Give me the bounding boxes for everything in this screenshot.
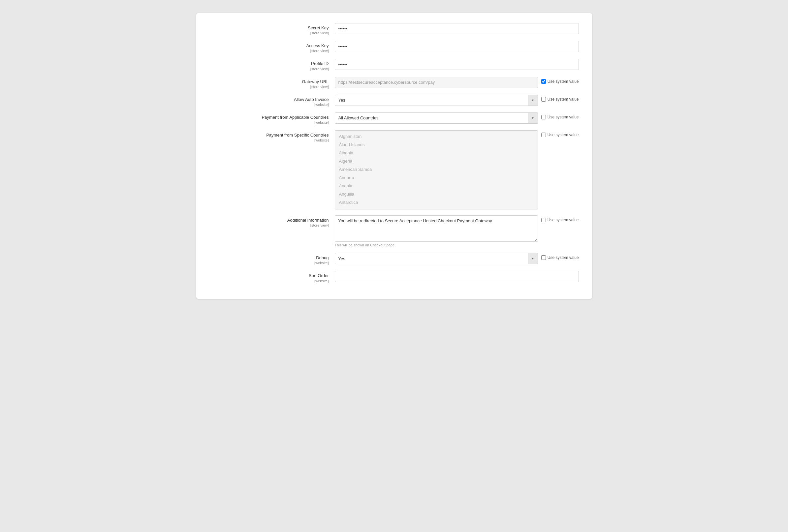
applicable-countries-select-wrap: All Allowed Countries Specific Countries bbox=[335, 113, 538, 124]
gateway-url-system-checkbox[interactable] bbox=[541, 79, 546, 84]
secret-key-label-col: Secret Key [store view] bbox=[210, 23, 335, 35]
additional-info-row: Additional Information [store view] You … bbox=[210, 215, 579, 247]
specific-countries-scope: [website] bbox=[210, 138, 329, 142]
sort-order-row: Sort Order [website] bbox=[210, 271, 579, 283]
gateway-url-label: Gateway URL bbox=[210, 79, 329, 85]
specific-countries-list-wrap: AfghanistanÅland IslandsAlbaniaAlgeriaAm… bbox=[335, 130, 538, 210]
list-item[interactable]: Angola bbox=[335, 182, 538, 190]
sort-order-input[interactable] bbox=[335, 271, 579, 282]
additional-info-system-label: Use system value bbox=[548, 218, 579, 222]
allow-auto-invoice-system-value: Use system value bbox=[541, 95, 579, 102]
debug-system-value: Use system value bbox=[541, 253, 579, 260]
sort-order-input-col bbox=[335, 271, 579, 282]
allow-auto-invoice-system-label: Use system value bbox=[548, 97, 579, 102]
allow-auto-invoice-label-col: Allow Auto Invoice [website] bbox=[210, 95, 335, 106]
gateway-url-label-col: Gateway URL [store view] bbox=[210, 77, 335, 89]
applicable-countries-system-label: Use system value bbox=[548, 115, 579, 119]
additional-info-hint: This will be shown on Checkout page. bbox=[335, 243, 538, 247]
list-item[interactable]: Anguilla bbox=[335, 190, 538, 198]
additional-info-textarea[interactable]: You will be redirected to Secure Accepta… bbox=[335, 215, 538, 242]
debug-label-col: Debug [website] bbox=[210, 253, 335, 265]
additional-info-label: Additional Information bbox=[210, 217, 329, 223]
applicable-countries-label-col: Payment from Applicable Countries [websi… bbox=[210, 113, 335, 124]
additional-info-input-col: You will be redirected to Secure Accepta… bbox=[335, 215, 579, 247]
secret-key-row: Secret Key [store view] bbox=[210, 23, 579, 35]
allow-auto-invoice-row: Allow Auto Invoice [website] Yes No Use … bbox=[210, 95, 579, 106]
additional-info-label-col: Additional Information [store view] bbox=[210, 215, 335, 227]
allow-auto-invoice-select[interactable]: Yes No bbox=[335, 95, 538, 106]
profile-id-label: Profile ID bbox=[210, 61, 329, 66]
debug-system-label: Use system value bbox=[548, 255, 579, 260]
allow-auto-invoice-system-checkbox[interactable] bbox=[541, 97, 546, 102]
access-key-input[interactable] bbox=[335, 41, 579, 52]
specific-countries-input-col: AfghanistanÅland IslandsAlbaniaAlgeriaAm… bbox=[335, 130, 579, 210]
specific-countries-label-col: Payment from Specific Countries [website… bbox=[210, 130, 335, 142]
specific-countries-label: Payment from Specific Countries bbox=[210, 132, 329, 138]
secret-key-scope: [store view] bbox=[210, 31, 329, 35]
debug-select[interactable]: Yes No bbox=[335, 253, 538, 264]
secret-key-input[interactable] bbox=[335, 23, 579, 34]
allow-auto-invoice-select-wrap: Yes No bbox=[335, 95, 538, 106]
settings-card: Secret Key [store view] Access Key [stor… bbox=[196, 13, 592, 299]
profile-id-input[interactable] bbox=[335, 59, 579, 70]
specific-countries-list[interactable]: AfghanistanÅland IslandsAlbaniaAlgeriaAm… bbox=[335, 130, 538, 210]
secret-key-input-wrap bbox=[335, 23, 579, 34]
applicable-countries-row: Payment from Applicable Countries [websi… bbox=[210, 113, 579, 124]
access-key-label-col: Access Key [store view] bbox=[210, 41, 335, 53]
profile-id-row: Profile ID [store view] bbox=[210, 59, 579, 71]
gateway-url-system-label: Use system value bbox=[548, 79, 579, 84]
additional-info-scope: [store view] bbox=[210, 223, 329, 227]
specific-countries-system-label: Use system value bbox=[548, 133, 579, 137]
applicable-countries-select[interactable]: All Allowed Countries Specific Countries bbox=[335, 113, 538, 124]
specific-countries-row: Payment from Specific Countries [website… bbox=[210, 130, 579, 210]
list-item[interactable]: Antigua & Barbuda bbox=[335, 206, 538, 210]
gateway-url-scope: [store view] bbox=[210, 85, 329, 89]
sort-order-label: Sort Order bbox=[210, 273, 329, 279]
access-key-input-col bbox=[335, 41, 579, 52]
specific-countries-system-value: Use system value bbox=[541, 130, 579, 137]
gateway-url-input[interactable] bbox=[335, 77, 538, 88]
applicable-countries-system-checkbox[interactable] bbox=[541, 115, 546, 119]
profile-id-input-col bbox=[335, 59, 579, 70]
sort-order-input-wrap bbox=[335, 271, 579, 282]
debug-label: Debug bbox=[210, 255, 329, 261]
additional-info-system-checkbox[interactable] bbox=[541, 218, 546, 222]
list-item[interactable]: Antarctica bbox=[335, 198, 538, 206]
allow-auto-invoice-label: Allow Auto Invoice bbox=[210, 97, 329, 103]
access-key-scope: [store view] bbox=[210, 49, 329, 53]
allow-auto-invoice-input-col: Yes No Use system value bbox=[335, 95, 579, 106]
debug-row: Debug [website] Yes No Use system value bbox=[210, 253, 579, 265]
debug-system-checkbox[interactable] bbox=[541, 255, 546, 260]
profile-id-scope: [store view] bbox=[210, 67, 329, 71]
sort-order-label-col: Sort Order [website] bbox=[210, 271, 335, 283]
applicable-countries-label: Payment from Applicable Countries bbox=[210, 115, 329, 120]
profile-id-input-wrap bbox=[335, 59, 579, 70]
sort-order-scope: [website] bbox=[210, 279, 329, 283]
list-item[interactable]: American Samoa bbox=[335, 165, 538, 174]
gateway-url-input-wrap bbox=[335, 77, 538, 88]
list-item[interactable]: Albania bbox=[335, 149, 538, 157]
access-key-input-wrap bbox=[335, 41, 579, 52]
additional-info-textarea-wrap: You will be redirected to Secure Accepta… bbox=[335, 215, 538, 247]
specific-countries-system-checkbox[interactable] bbox=[541, 133, 546, 137]
access-key-label: Access Key bbox=[210, 43, 329, 49]
additional-info-system-value: Use system value bbox=[541, 215, 579, 222]
applicable-countries-input-col: All Allowed Countries Specific Countries… bbox=[335, 113, 579, 124]
profile-id-label-col: Profile ID [store view] bbox=[210, 59, 335, 71]
gateway-url-input-col: Use system value bbox=[335, 77, 579, 88]
debug-scope: [website] bbox=[210, 261, 329, 265]
debug-select-wrap: Yes No bbox=[335, 253, 538, 264]
gateway-url-row: Gateway URL [store view] Use system valu… bbox=[210, 77, 579, 89]
list-item[interactable]: Algeria bbox=[335, 157, 538, 165]
access-key-row: Access Key [store view] bbox=[210, 41, 579, 53]
applicable-countries-system-value: Use system value bbox=[541, 113, 579, 119]
gateway-url-system-value: Use system value bbox=[541, 77, 579, 84]
applicable-countries-scope: [website] bbox=[210, 120, 329, 124]
list-item[interactable]: Afghanistan bbox=[335, 132, 538, 140]
list-item[interactable]: Åland Islands bbox=[335, 140, 538, 149]
list-item[interactable]: Andorra bbox=[335, 174, 538, 182]
debug-input-col: Yes No Use system value bbox=[335, 253, 579, 264]
allow-auto-invoice-scope: [website] bbox=[210, 103, 329, 106]
secret-key-input-col bbox=[335, 23, 579, 34]
secret-key-label: Secret Key bbox=[210, 25, 329, 31]
